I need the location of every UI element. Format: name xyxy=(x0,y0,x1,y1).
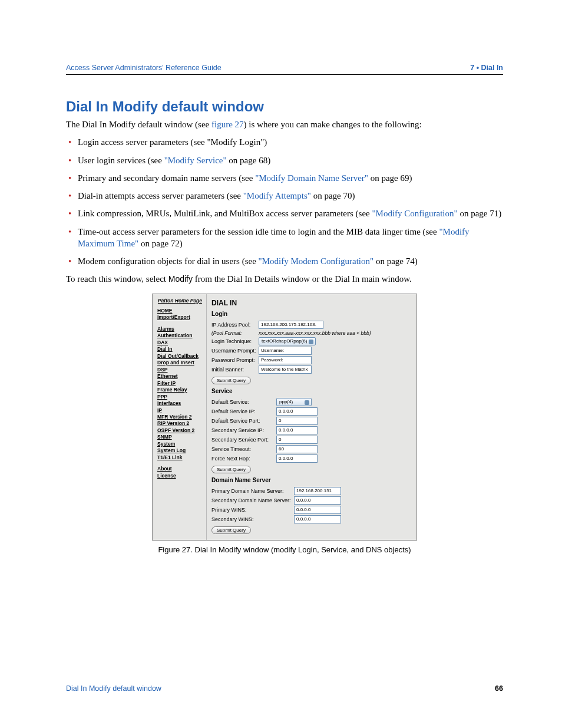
screenshot-main: DIAL IN Login IP Address Pool:192.168.20… xyxy=(207,294,416,540)
nav-link[interactable]: T1/E1 Link xyxy=(157,454,203,461)
nav-link[interactable]: DAX xyxy=(157,340,203,346)
pool-format-label: (Pool Format: xyxy=(211,330,259,336)
pool-format-hint: xxx.xxx.xxx.aaa-xxx.xxx.xxx.bbb where aa… xyxy=(259,330,371,336)
nav-link[interactable]: System xyxy=(157,441,203,447)
bullet-item: User login services (see "Modify Service… xyxy=(66,154,503,166)
cross-ref-link[interactable]: "Modify Domain Name Server" xyxy=(255,173,368,183)
default-service-ip-label: Default Service IP: xyxy=(211,409,276,414)
nav-link[interactable]: Interfaces xyxy=(157,400,203,407)
header-doc-title: Access Server Administrators' Reference … xyxy=(66,64,222,72)
figure-cross-ref[interactable]: figure 27 xyxy=(211,120,244,129)
bullet-text-post: on page 70) xyxy=(311,191,355,200)
nav-link[interactable]: Dial In xyxy=(157,346,203,353)
nav-link[interactable]: Drop and Insert xyxy=(157,360,203,366)
nav-link[interactable]: Dial Out/Callback xyxy=(157,353,203,360)
nav-link[interactable]: IP xyxy=(157,407,203,414)
secondary-service-port-label: Secondary Service Port: xyxy=(211,437,276,443)
nav-link[interactable]: Authentication xyxy=(157,332,203,339)
submit-query-button[interactable]: Submit Query xyxy=(211,466,251,473)
bullet-text: Login access server parameters (see "Mod… xyxy=(78,137,267,147)
figure-27: Patton Home Page HOME Import/Export Alar… xyxy=(152,294,417,554)
nav-link[interactable]: PPP xyxy=(157,394,203,400)
bullet-item: Time-out access server parameters for th… xyxy=(66,226,503,250)
cross-ref-link[interactable]: "Modify Attempts" xyxy=(243,191,311,200)
bullet-item: Dial-in attempts access server parameter… xyxy=(66,190,503,202)
default-service-label: Default Service: xyxy=(211,399,276,405)
nav-link[interactable]: HOME xyxy=(157,308,203,314)
bullet-text-pre: Modem configuration objects for dial in … xyxy=(78,256,259,266)
bullet-text-pre: Time-out access server parameters for th… xyxy=(78,227,439,236)
secondary-service-ip-label: Secondary Service IP: xyxy=(211,427,276,433)
bullet-item: Modem configuration objects for dial in … xyxy=(66,255,503,267)
nav-link[interactable]: Filter IP xyxy=(157,380,203,387)
bullet-text-pre: User login services (see xyxy=(78,156,164,165)
cross-ref-link[interactable]: "Modify Service" xyxy=(164,156,227,165)
nav-link[interactable]: SNMP xyxy=(157,434,203,440)
figure-caption: Figure 27. Dial In Modify window (modify… xyxy=(152,545,417,554)
service-timeout-label: Service Timeout: xyxy=(211,446,276,452)
nav-link[interactable]: License xyxy=(157,473,203,479)
submit-query-button[interactable]: Submit Query xyxy=(211,526,251,534)
service-heading: Service xyxy=(211,388,412,394)
bullet-item: Primary and secondary domain name server… xyxy=(66,172,503,184)
footer-section-name: Dial In Modify default window xyxy=(66,684,161,693)
primary-wins-input[interactable]: 0.0.0.0 xyxy=(294,506,341,514)
secondary-wins-input[interactable]: 0.0.0.0 xyxy=(294,515,341,523)
cross-ref-link[interactable]: "Modify Modem Configuration" xyxy=(259,256,374,266)
default-service-select[interactable]: ppp(4) xyxy=(276,398,312,406)
nav-link[interactable]: Import/Export xyxy=(157,314,203,321)
force-next-hop-input[interactable]: 0.0.0.0 xyxy=(276,454,318,463)
default-service-ip-input[interactable]: 0.0.0.0 xyxy=(276,407,318,416)
secondary-dns-input[interactable]: 0.0.0.0 xyxy=(294,496,341,505)
nav-link[interactable]: Frame Relay xyxy=(157,387,203,393)
footer-page-number: 66 xyxy=(495,684,503,693)
secondary-wins-label: Secondary WINS: xyxy=(211,516,294,522)
ip-pool-label: IP Address Pool: xyxy=(211,322,259,328)
submit-query-button[interactable]: Submit Query xyxy=(211,377,251,384)
login-technique-label: Login Technique: xyxy=(211,338,259,344)
secondary-service-ip-input[interactable]: 0.0.0.0 xyxy=(276,426,318,434)
secondary-service-port-input[interactable]: 0 xyxy=(276,436,318,444)
ip-pool-input[interactable]: 192.168.200.175-192.168. xyxy=(259,321,323,329)
primary-dns-input[interactable]: 192.168.200.151 xyxy=(294,487,341,495)
bullet-text-pre: Dial-in attempts access server parameter… xyxy=(78,191,243,200)
nav-link[interactable]: System Log xyxy=(157,447,203,454)
primary-dns-label: Primary Domain Name Server: xyxy=(211,488,294,494)
initial-banner-label: Initial Banner: xyxy=(211,367,259,373)
bullet-text-pre: Primary and secondary domain name server… xyxy=(78,173,255,183)
cross-ref-link[interactable]: "Modify Configuration" xyxy=(372,209,457,218)
default-service-port-input[interactable]: 0 xyxy=(276,417,318,425)
nav-link[interactable]: Alarms xyxy=(157,326,203,332)
password-prompt-label: Password Prompt: xyxy=(211,357,259,363)
primary-wins-label: Primary WINS: xyxy=(211,507,294,513)
nav-link[interactable]: MFR Version 2 xyxy=(157,414,203,420)
intro-text-b: ) is where you can make changes to the f… xyxy=(244,120,422,129)
screenshot-sidebar: Patton Home Page HOME Import/Export Alar… xyxy=(153,294,207,540)
initial-banner-input[interactable]: Welcome to the Matrix xyxy=(259,365,312,374)
login-technique-select[interactable]: textORchapORpap(6) xyxy=(259,337,316,345)
nav-link[interactable]: About xyxy=(157,466,203,472)
nav-home-page-link[interactable]: Patton Home Page xyxy=(157,298,203,304)
bullet-text-pre: Link compression, MRUs, MultiLink, and M… xyxy=(78,209,372,218)
outro-text-a: To reach this window, select xyxy=(66,274,168,284)
username-prompt-input[interactable]: Username: xyxy=(259,347,312,355)
ui-term-modify: Modify xyxy=(168,274,193,284)
header-chapter: 7 • Dial In xyxy=(470,64,503,72)
bullet-text-post: on page 71) xyxy=(458,209,502,218)
nav-link[interactable]: Ethernet xyxy=(157,373,203,380)
nav-link[interactable]: OSPF Version 2 xyxy=(157,427,203,434)
bullet-text-post: on page 69) xyxy=(368,173,412,183)
section-title: Dial In Modify default window xyxy=(66,98,503,115)
password-prompt-input[interactable]: Password: xyxy=(259,356,312,364)
bullet-list: Login access server parameters (see "Mod… xyxy=(66,136,503,267)
bullet-item: Link compression, MRUs, MultiLink, and M… xyxy=(66,207,503,219)
username-prompt-label: Username Prompt: xyxy=(211,348,259,354)
service-timeout-input[interactable]: 60 xyxy=(276,445,318,453)
force-next-hop-label: Force Next Hop: xyxy=(211,456,276,462)
nav-link[interactable]: DSP xyxy=(157,367,203,373)
intro-paragraph: The Dial In Modify default window (see f… xyxy=(66,118,503,130)
dns-heading: Domain Name Server xyxy=(211,477,412,483)
nav-link[interactable]: RIP Version 2 xyxy=(157,420,203,427)
secondary-dns-label: Secondary Domain Name Server: xyxy=(211,498,294,503)
bullet-text-post: on page 74) xyxy=(373,256,418,266)
